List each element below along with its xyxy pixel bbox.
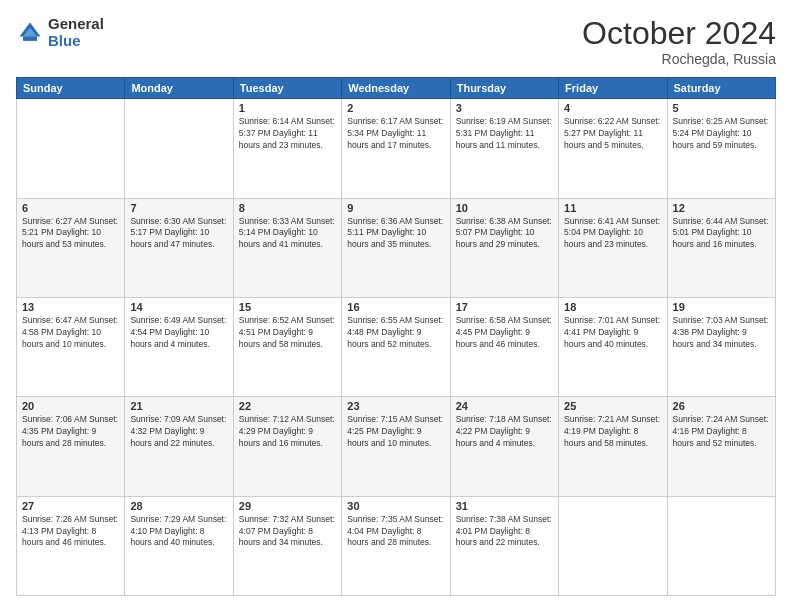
calendar-cell: 6Sunrise: 6:27 AM Sunset: 5:21 PM Daylig… (17, 198, 125, 297)
day-info: Sunrise: 7:38 AM Sunset: 4:01 PM Dayligh… (456, 514, 553, 550)
day-number: 20 (22, 400, 119, 412)
calendar-cell: 19Sunrise: 7:03 AM Sunset: 4:38 PM Dayli… (667, 297, 775, 396)
day-info: Sunrise: 6:14 AM Sunset: 5:37 PM Dayligh… (239, 116, 336, 152)
calendar-cell (667, 496, 775, 595)
day-info: Sunrise: 7:32 AM Sunset: 4:07 PM Dayligh… (239, 514, 336, 550)
calendar-cell: 15Sunrise: 6:52 AM Sunset: 4:51 PM Dayli… (233, 297, 341, 396)
calendar-cell (17, 99, 125, 198)
day-number: 2 (347, 102, 444, 114)
day-info: Sunrise: 6:52 AM Sunset: 4:51 PM Dayligh… (239, 315, 336, 351)
day-info: Sunrise: 6:33 AM Sunset: 5:14 PM Dayligh… (239, 216, 336, 252)
calendar-cell: 14Sunrise: 6:49 AM Sunset: 4:54 PM Dayli… (125, 297, 233, 396)
day-info: Sunrise: 7:35 AM Sunset: 4:04 PM Dayligh… (347, 514, 444, 550)
location: Rochegda, Russia (582, 51, 776, 67)
calendar-cell: 20Sunrise: 7:06 AM Sunset: 4:35 PM Dayli… (17, 397, 125, 496)
calendar-week-row: 6Sunrise: 6:27 AM Sunset: 5:21 PM Daylig… (17, 198, 776, 297)
day-number: 16 (347, 301, 444, 313)
col-header-monday: Monday (125, 78, 233, 99)
day-number: 21 (130, 400, 227, 412)
logo-text: General Blue (48, 16, 104, 49)
logo: General Blue (16, 16, 104, 49)
day-info: Sunrise: 7:18 AM Sunset: 4:22 PM Dayligh… (456, 414, 553, 450)
col-header-sunday: Sunday (17, 78, 125, 99)
day-number: 1 (239, 102, 336, 114)
day-number: 7 (130, 202, 227, 214)
calendar-cell: 10Sunrise: 6:38 AM Sunset: 5:07 PM Dayli… (450, 198, 558, 297)
day-info: Sunrise: 6:44 AM Sunset: 5:01 PM Dayligh… (673, 216, 770, 252)
calendar-cell: 8Sunrise: 6:33 AM Sunset: 5:14 PM Daylig… (233, 198, 341, 297)
day-number: 14 (130, 301, 227, 313)
day-number: 22 (239, 400, 336, 412)
day-number: 15 (239, 301, 336, 313)
day-number: 23 (347, 400, 444, 412)
day-info: Sunrise: 7:12 AM Sunset: 4:29 PM Dayligh… (239, 414, 336, 450)
day-number: 24 (456, 400, 553, 412)
day-info: Sunrise: 7:09 AM Sunset: 4:32 PM Dayligh… (130, 414, 227, 450)
day-number: 18 (564, 301, 661, 313)
calendar-cell: 22Sunrise: 7:12 AM Sunset: 4:29 PM Dayli… (233, 397, 341, 496)
day-info: Sunrise: 7:03 AM Sunset: 4:38 PM Dayligh… (673, 315, 770, 351)
calendar-cell: 27Sunrise: 7:26 AM Sunset: 4:13 PM Dayli… (17, 496, 125, 595)
day-number: 5 (673, 102, 770, 114)
day-info: Sunrise: 7:06 AM Sunset: 4:35 PM Dayligh… (22, 414, 119, 450)
day-number: 30 (347, 500, 444, 512)
calendar-cell: 4Sunrise: 6:22 AM Sunset: 5:27 PM Daylig… (559, 99, 667, 198)
day-number: 17 (456, 301, 553, 313)
calendar-cell: 12Sunrise: 6:44 AM Sunset: 5:01 PM Dayli… (667, 198, 775, 297)
day-number: 3 (456, 102, 553, 114)
calendar-cell: 30Sunrise: 7:35 AM Sunset: 4:04 PM Dayli… (342, 496, 450, 595)
day-info: Sunrise: 6:41 AM Sunset: 5:04 PM Dayligh… (564, 216, 661, 252)
day-info: Sunrise: 6:27 AM Sunset: 5:21 PM Dayligh… (22, 216, 119, 252)
calendar-week-row: 20Sunrise: 7:06 AM Sunset: 4:35 PM Dayli… (17, 397, 776, 496)
day-number: 19 (673, 301, 770, 313)
day-info: Sunrise: 7:21 AM Sunset: 4:19 PM Dayligh… (564, 414, 661, 450)
calendar-cell: 29Sunrise: 7:32 AM Sunset: 4:07 PM Dayli… (233, 496, 341, 595)
calendar-cell: 11Sunrise: 6:41 AM Sunset: 5:04 PM Dayli… (559, 198, 667, 297)
day-info: Sunrise: 6:55 AM Sunset: 4:48 PM Dayligh… (347, 315, 444, 351)
day-info: Sunrise: 7:01 AM Sunset: 4:41 PM Dayligh… (564, 315, 661, 351)
calendar-cell: 28Sunrise: 7:29 AM Sunset: 4:10 PM Dayli… (125, 496, 233, 595)
calendar-cell: 13Sunrise: 6:47 AM Sunset: 4:58 PM Dayli… (17, 297, 125, 396)
svg-rect-2 (23, 36, 37, 40)
col-header-wednesday: Wednesday (342, 78, 450, 99)
day-number: 11 (564, 202, 661, 214)
col-header-saturday: Saturday (667, 78, 775, 99)
calendar-cell: 25Sunrise: 7:21 AM Sunset: 4:19 PM Dayli… (559, 397, 667, 496)
calendar-cell: 9Sunrise: 6:36 AM Sunset: 5:11 PM Daylig… (342, 198, 450, 297)
calendar-cell: 21Sunrise: 7:09 AM Sunset: 4:32 PM Dayli… (125, 397, 233, 496)
calendar-table: SundayMondayTuesdayWednesdayThursdayFrid… (16, 77, 776, 596)
day-info: Sunrise: 7:26 AM Sunset: 4:13 PM Dayligh… (22, 514, 119, 550)
calendar-week-row: 13Sunrise: 6:47 AM Sunset: 4:58 PM Dayli… (17, 297, 776, 396)
calendar-cell: 16Sunrise: 6:55 AM Sunset: 4:48 PM Dayli… (342, 297, 450, 396)
day-number: 29 (239, 500, 336, 512)
day-number: 6 (22, 202, 119, 214)
logo-blue-text: Blue (48, 33, 104, 50)
day-info: Sunrise: 6:17 AM Sunset: 5:34 PM Dayligh… (347, 116, 444, 152)
calendar-cell: 17Sunrise: 6:58 AM Sunset: 4:45 PM Dayli… (450, 297, 558, 396)
day-info: Sunrise: 7:29 AM Sunset: 4:10 PM Dayligh… (130, 514, 227, 550)
logo-icon (16, 19, 44, 47)
day-info: Sunrise: 6:38 AM Sunset: 5:07 PM Dayligh… (456, 216, 553, 252)
day-number: 13 (22, 301, 119, 313)
calendar-cell: 2Sunrise: 6:17 AM Sunset: 5:34 PM Daylig… (342, 99, 450, 198)
day-number: 10 (456, 202, 553, 214)
col-header-friday: Friday (559, 78, 667, 99)
calendar-cell: 23Sunrise: 7:15 AM Sunset: 4:25 PM Dayli… (342, 397, 450, 496)
calendar-cell: 31Sunrise: 7:38 AM Sunset: 4:01 PM Dayli… (450, 496, 558, 595)
day-info: Sunrise: 7:15 AM Sunset: 4:25 PM Dayligh… (347, 414, 444, 450)
day-number: 4 (564, 102, 661, 114)
calendar-cell: 3Sunrise: 6:19 AM Sunset: 5:31 PM Daylig… (450, 99, 558, 198)
day-info: Sunrise: 6:25 AM Sunset: 5:24 PM Dayligh… (673, 116, 770, 152)
calendar-header-row: SundayMondayTuesdayWednesdayThursdayFrid… (17, 78, 776, 99)
calendar-week-row: 1Sunrise: 6:14 AM Sunset: 5:37 PM Daylig… (17, 99, 776, 198)
calendar-cell: 18Sunrise: 7:01 AM Sunset: 4:41 PM Dayli… (559, 297, 667, 396)
day-info: Sunrise: 6:30 AM Sunset: 5:17 PM Dayligh… (130, 216, 227, 252)
day-number: 26 (673, 400, 770, 412)
col-header-thursday: Thursday (450, 78, 558, 99)
calendar-cell: 5Sunrise: 6:25 AM Sunset: 5:24 PM Daylig… (667, 99, 775, 198)
title-block: October 2024 Rochegda, Russia (582, 16, 776, 67)
day-number: 8 (239, 202, 336, 214)
day-info: Sunrise: 6:19 AM Sunset: 5:31 PM Dayligh… (456, 116, 553, 152)
day-number: 12 (673, 202, 770, 214)
calendar-cell (125, 99, 233, 198)
